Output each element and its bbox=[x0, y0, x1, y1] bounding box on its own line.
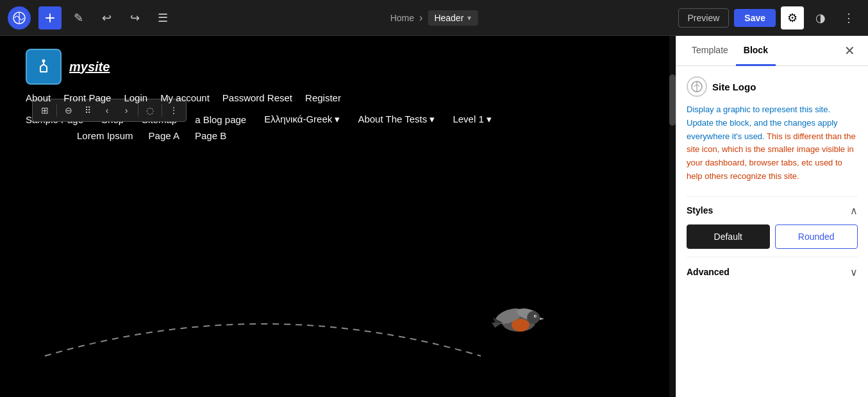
list-view-button[interactable]: ☰ bbox=[151, 6, 174, 30]
panel-description: Display a graphic to represent this site… bbox=[687, 103, 858, 183]
nav-item-my-account[interactable]: My account bbox=[160, 92, 210, 103]
panel-content: Site Logo Display a graphic to represent… bbox=[676, 66, 868, 397]
nav-item-blog-page[interactable]: a Blog page bbox=[195, 114, 246, 125]
nav-item-level1[interactable]: Level 1 ▾ bbox=[453, 114, 492, 125]
panel-tabs: Template Block ✕ bbox=[676, 36, 868, 66]
svg-point-1 bbox=[42, 60, 46, 63]
styles-header[interactable]: Styles ∧ bbox=[687, 196, 858, 224]
nav-item-about[interactable]: About bbox=[26, 92, 51, 103]
undo-button[interactable]: ↩ bbox=[95, 6, 118, 30]
nav-item-register[interactable]: Register bbox=[305, 92, 341, 103]
edit-button[interactable]: ✎ bbox=[67, 6, 90, 30]
panel-section-title: Site Logo bbox=[687, 76, 858, 97]
nav-item-login[interactable]: Login bbox=[124, 92, 147, 103]
preview-button[interactable]: Preview bbox=[678, 8, 730, 28]
style-rounded-button[interactable]: Rounded bbox=[775, 224, 858, 249]
breadcrumb-current[interactable]: Header ▾ bbox=[428, 10, 478, 26]
nav-primary: About Front Page Login My account Passwo… bbox=[26, 92, 650, 108]
tab-template[interactable]: Template bbox=[684, 36, 736, 66]
more-options-button[interactable]: ⋮ bbox=[837, 6, 860, 30]
svg-marker-9 bbox=[540, 317, 544, 320]
svg-marker-11 bbox=[492, 323, 503, 328]
site-name: mysite bbox=[69, 60, 110, 74]
style-options: Default Rounded bbox=[687, 224, 858, 257]
settings-button[interactable]: ⚙ bbox=[781, 6, 804, 30]
toolbar-right: Preview Save ⚙ ◑ ⋮ bbox=[678, 6, 861, 30]
redo-button[interactable]: ↪ bbox=[123, 6, 146, 30]
nav-item-page-a[interactable]: Page A bbox=[149, 130, 179, 141]
site-logo-box[interactable] bbox=[26, 49, 62, 85]
toolbar: ✎ ↩ ↪ ☰ Home › Header ▾ Preview Save ⚙ ◑… bbox=[0, 0, 868, 36]
tab-block[interactable]: Block bbox=[736, 36, 776, 66]
styles-section: Styles ∧ Default Rounded bbox=[687, 196, 858, 257]
nav-sub: Lorem Ipsum Page A Page B bbox=[26, 125, 650, 141]
breadcrumb-chevron-icon: ▾ bbox=[467, 13, 471, 22]
advanced-header[interactable]: Advanced ∨ bbox=[687, 257, 858, 287]
svg-point-6 bbox=[527, 311, 540, 324]
canvas-area: ⊞ ⊖ ⠿ ‹ › ◌ ⋮ mysite bbox=[0, 36, 676, 397]
main-layout: ⊞ ⊖ ⠿ ‹ › ◌ ⋮ mysite bbox=[0, 36, 868, 397]
nav-item-password-reset[interactable]: Password Reset bbox=[222, 92, 292, 103]
nav-item-about-tests[interactable]: About The Tests ▾ bbox=[358, 114, 435, 125]
nav-item-front-page[interactable]: Front Page bbox=[63, 92, 111, 103]
scrollbar[interactable] bbox=[669, 36, 676, 397]
nav-item-page-b[interactable]: Page B bbox=[195, 130, 226, 141]
breadcrumb: Home › Header ▾ bbox=[390, 10, 478, 26]
breadcrumb-home[interactable]: Home bbox=[390, 13, 414, 23]
svg-point-8 bbox=[535, 316, 537, 317]
bird-image bbox=[490, 298, 547, 346]
site-header: mysite About Front Page Login My account… bbox=[0, 36, 676, 154]
site-logo-icon bbox=[687, 76, 707, 97]
right-panel: Template Block ✕ Site Logo Display a gra… bbox=[676, 36, 868, 397]
nav-item-lorem-ipsum[interactable]: Lorem Ipsum bbox=[77, 130, 133, 141]
advanced-chevron-icon: ∨ bbox=[850, 266, 858, 278]
add-block-button[interactable] bbox=[38, 6, 62, 30]
styles-chevron-icon: ∧ bbox=[850, 205, 858, 217]
advanced-section: Advanced ∨ bbox=[687, 257, 858, 287]
svg-point-5 bbox=[512, 319, 530, 332]
wp-logo[interactable] bbox=[8, 6, 31, 30]
panel-close-button[interactable]: ✕ bbox=[839, 38, 860, 63]
site-logo-area: mysite bbox=[26, 49, 650, 85]
contrast-button[interactable]: ◑ bbox=[809, 6, 832, 30]
nav-item-greek[interactable]: Ελληνικά-Greek ▾ bbox=[264, 114, 340, 125]
save-button[interactable]: Save bbox=[734, 9, 776, 27]
scrollbar-thumb[interactable] bbox=[669, 74, 676, 126]
style-default-button[interactable]: Default bbox=[687, 224, 770, 249]
